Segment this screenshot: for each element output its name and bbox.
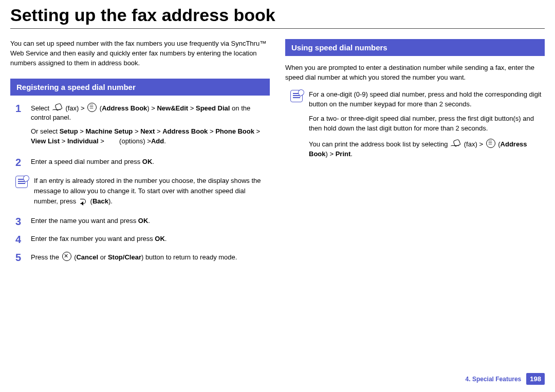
section-heading-using: Using speed dial numbers: [285, 39, 545, 56]
step1b-vl: View List: [31, 137, 60, 145]
step1a-ne: New&Edit: [157, 104, 188, 112]
dot: .: [152, 158, 154, 165]
step1a-text: Select: [31, 104, 51, 112]
options-icon: [107, 139, 116, 145]
step1b-pre: Or select: [31, 127, 60, 135]
step1b-pb: Phone Book: [215, 127, 254, 135]
note-p3-dot: .: [350, 150, 353, 158]
note-icon: [15, 176, 28, 188]
step5-pre: Press the: [31, 253, 61, 261]
step-1-body: Select (fax) > (Address Book) > New&Edit…: [31, 103, 270, 151]
content-columns: You can set up speed number with the fax…: [0, 29, 555, 280]
step4-pre: Enter the fax number you want and press: [31, 235, 155, 242]
step-number-4: 4: [15, 234, 25, 246]
footer-chapter: 4. Special Features: [466, 376, 522, 383]
step-5-body: Press the (Cancel or Stop/Clear) button …: [31, 252, 270, 264]
step-number-2: 2: [15, 157, 25, 169]
step1b-add: Add: [151, 137, 164, 145]
step3-ok: OK: [138, 217, 149, 225]
page-title: Setting up the fax address book: [0, 0, 555, 28]
step-5: 5 Press the (Cancel or Stop/Clear) butto…: [10, 252, 270, 264]
step-2: 2 Enter a speed dial number and press OK…: [10, 157, 270, 169]
note-p3-fax: (fax) >: [464, 140, 485, 148]
step2-ok: OK: [142, 158, 153, 165]
page-footer: 4. Special Features 198: [466, 373, 545, 385]
gt: >: [60, 137, 67, 145]
step-2-body: Enter a speed dial number and press OK.: [31, 157, 270, 169]
step-1: 1 Select (fax) > (Address Book) > New&Ed…: [10, 103, 270, 151]
note-body: For a one-digit (0-9) speed dial number,…: [309, 90, 545, 164]
step5-post: ) button to return to ready mode.: [141, 253, 237, 261]
dot: .: [165, 235, 167, 242]
step1a-mid2: >: [188, 104, 196, 112]
note-p3-mid: ) >: [326, 150, 336, 158]
step-number-3: 3: [15, 216, 25, 228]
step-4-body: Enter the fax number you want and press …: [31, 234, 270, 246]
step-3-body: Enter the name you want and press OK.: [31, 216, 270, 228]
left-column: You can set up speed number with the fax…: [10, 39, 270, 270]
step3-pre: Enter the name you want and press: [31, 217, 138, 225]
page-number-badge: 198: [526, 373, 545, 385]
dot: .: [164, 137, 166, 145]
step-4: 4 Enter the fax number you want and pres…: [10, 234, 270, 246]
step5-or: or: [98, 253, 108, 261]
note-p2: For a two- or three-digit speed dial num…: [309, 114, 545, 134]
step5-stopclear: Stop/Clear: [108, 253, 141, 261]
step-number-5: 5: [15, 252, 25, 264]
gt: >: [133, 127, 140, 135]
gt: >: [78, 127, 86, 135]
step4-ok: OK: [155, 235, 165, 242]
fax-icon: [451, 141, 461, 148]
gt: >: [254, 127, 260, 135]
note-t1: If an entry is already stored in the num…: [34, 177, 261, 205]
step2-pre: Enter a speed dial number and press: [31, 158, 142, 165]
address-book-icon: [486, 139, 495, 148]
note-icon: [290, 90, 303, 102]
gt: >: [208, 127, 215, 135]
note-p1: For a one-digit (0-9) speed dial number,…: [309, 90, 545, 109]
back-icon: [79, 199, 87, 205]
step1a-mid: ) >: [147, 104, 157, 112]
step1a-fax: (fax) >: [65, 104, 86, 112]
dot: .: [148, 217, 150, 225]
right-intro: When you are prompted to enter a destina…: [285, 63, 545, 83]
step1b-ms: Machine Setup: [86, 127, 133, 135]
note-t2: ).: [108, 197, 113, 205]
gt: >: [155, 127, 162, 135]
note-p3-print: Print: [336, 150, 351, 158]
step-3: 3 Enter the name you want and press OK.: [10, 216, 270, 228]
note-back: Back: [92, 197, 108, 205]
intro-paragraph: You can set up speed number with the fax…: [10, 39, 270, 68]
note-body: If an entry is already stored in the num…: [34, 176, 270, 207]
step1a-ab-label: Address Book: [102, 104, 147, 112]
step1b-ab: Address Book: [162, 127, 208, 135]
step5-cancel: Cancel: [76, 253, 98, 261]
step1b-ind: Individual: [67, 137, 99, 145]
step1b-setup: Setup: [60, 127, 78, 135]
step1b-opts: (options) >: [117, 137, 151, 145]
section-heading-registering: Registering a speed dial number: [10, 79, 270, 96]
step1b-next: Next: [140, 127, 155, 135]
right-column: Using speed dial numbers When you are pr…: [285, 39, 545, 270]
note-existing-entry: If an entry is already stored in the num…: [15, 176, 270, 207]
note-speed-dial: For a one-digit (0-9) speed dial number,…: [290, 90, 545, 164]
step1a-sd: Speed Dial: [196, 104, 230, 112]
cancel-icon: [62, 252, 71, 261]
fax-icon: [52, 105, 63, 112]
address-book-icon: [87, 103, 97, 112]
step-number-1: 1: [15, 103, 25, 151]
note-p3-pre: You can print the address book list by s…: [309, 140, 450, 148]
